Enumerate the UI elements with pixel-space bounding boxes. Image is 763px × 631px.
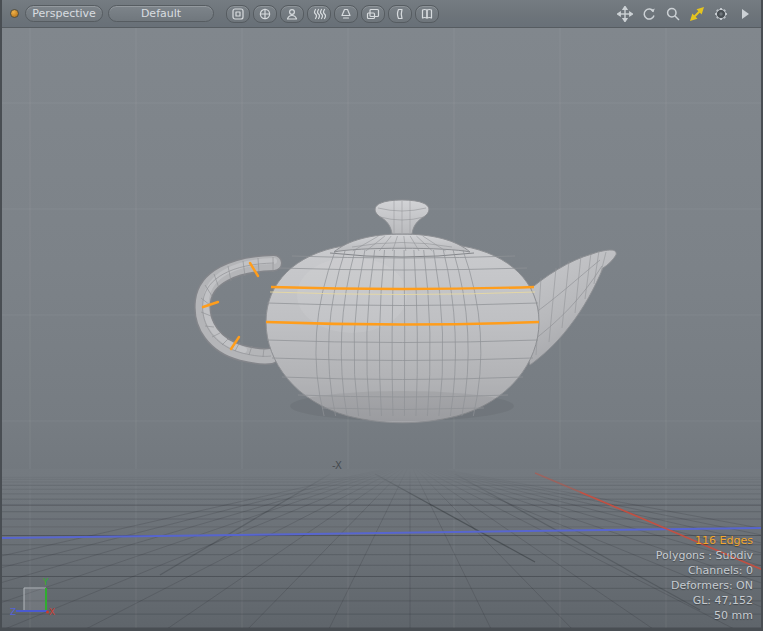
- fur-icon[interactable]: [307, 5, 331, 23]
- hud-focal-length: 50 mm: [656, 608, 753, 623]
- body-highlight: [297, 257, 407, 333]
- orbit-icon[interactable]: [640, 5, 658, 23]
- viewport-hud: 116 Edges Polygons : Subdiv Channels: 0 …: [656, 533, 753, 623]
- viewport-toolbar: Perspective Default: [2, 0, 761, 28]
- gizmo-y-label: Y: [42, 577, 49, 587]
- light-icon[interactable]: [334, 5, 358, 23]
- hud-deformers: Deformers: ON: [656, 578, 753, 593]
- shading-style-selector[interactable]: Default: [108, 5, 214, 22]
- pan-icon[interactable]: [616, 5, 634, 23]
- viewport-3d[interactable]: -X: [2, 28, 761, 628]
- hud-polygons: Polygons : Subdiv: [656, 548, 753, 563]
- viewport-toggle-icons: [226, 5, 439, 23]
- view-mode-selector[interactable]: Perspective: [25, 5, 103, 22]
- gizmo-x-label: X: [49, 607, 55, 617]
- page-icon[interactable]: [388, 5, 412, 23]
- hud-gl-count: GL: 47,152: [656, 593, 753, 608]
- viewport-window: Perspective Default: [0, 0, 763, 631]
- user-icon[interactable]: [280, 5, 304, 23]
- layers-icon[interactable]: [361, 5, 385, 23]
- flyout-arrow-icon[interactable]: [736, 5, 754, 23]
- book-icon[interactable]: [415, 5, 439, 23]
- axis-label-negative-x: -X: [332, 460, 342, 471]
- settings-gear-icon[interactable]: [712, 5, 730, 23]
- globe-icon[interactable]: [253, 5, 277, 23]
- hud-selection-count: 116 Edges: [656, 533, 753, 548]
- teapot-handle: [203, 261, 274, 356]
- zoom-icon[interactable]: [664, 5, 682, 23]
- scene-canvas: -X: [2, 28, 761, 628]
- teapot-model[interactable]: [201, 200, 616, 423]
- horizon-fade: [2, 469, 761, 505]
- hud-channels: Channels: 0: [656, 563, 753, 578]
- viewport-rotation-dot[interactable]: [10, 9, 19, 18]
- viewport-nav-icons: [616, 5, 754, 23]
- viewport-style-icon[interactable]: [226, 5, 250, 23]
- maximize-icon[interactable]: [688, 5, 706, 23]
- gizmo-z-label: Z: [10, 607, 16, 617]
